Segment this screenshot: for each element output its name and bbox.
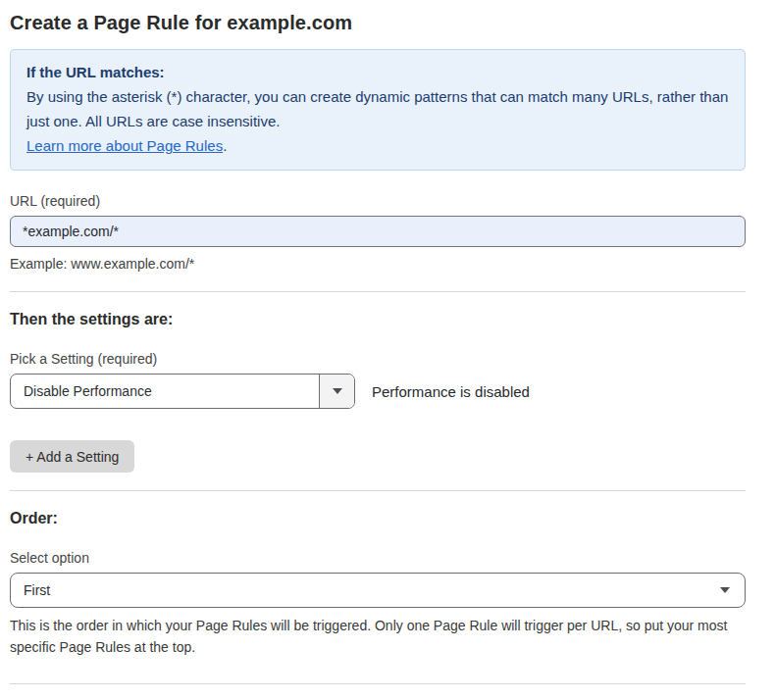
setting-picker-row: Disable Performance Performance is disab… [10,374,746,409]
divider-before-footer [10,683,746,684]
chevron-down-icon [720,587,730,593]
setting-status-text: Performance is disabled [372,383,530,400]
url-match-info-box: If the URL matches: By using the asteris… [10,49,746,171]
order-select-arrow [720,574,730,607]
info-box-link-line: Learn more about Page Rules. [26,133,729,158]
info-box-body: By using the asterisk (*) character, you… [26,84,729,133]
setting-select[interactable]: Disable Performance [10,374,355,409]
settings-section-heading: Then the settings are: [10,311,746,328]
order-section-heading: Order: [10,510,746,527]
order-select-label: Select option [10,550,746,566]
divider-after-settings [10,490,746,491]
info-box-heading: If the URL matches: [26,60,729,84]
link-period: . [223,137,227,154]
url-label: URL (required) [10,193,746,209]
order-select-row: First [10,573,746,608]
order-help-text: This is the order in which your Page Rul… [10,615,741,658]
setting-select-arrow-section[interactable] [319,375,354,408]
setting-select-value: Disable Performance [11,375,319,408]
learn-more-link[interactable]: Learn more about Page Rules [26,137,223,154]
order-select[interactable]: First [10,573,746,608]
chevron-down-icon [333,388,342,394]
divider-after-url [10,291,746,292]
page-title: Create a Page Rule for example.com [10,12,746,34]
pick-setting-label: Pick a Setting (required) [10,351,746,367]
add-setting-button[interactable]: + Add a Setting [10,440,134,473]
url-example-text: Example: www.example.com/* [10,256,746,272]
page-rule-form: Create a Page Rule for example.com If th… [0,0,775,700]
order-select-value: First [11,574,720,607]
url-input[interactable] [10,216,746,247]
